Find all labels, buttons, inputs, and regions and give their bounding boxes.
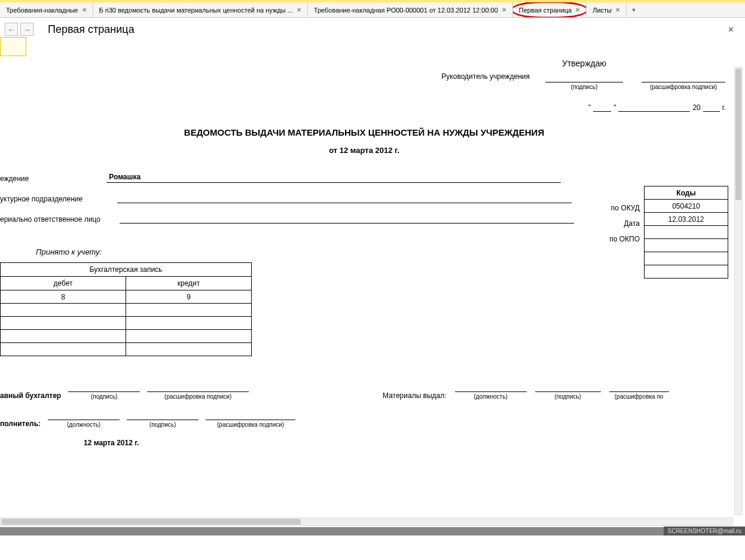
codes-blank-3 (645, 265, 728, 279)
approval-block: Руководитель учреждения Утверждаю (подпи… (0, 48, 728, 90)
decipher-line (206, 411, 295, 420)
signatures-right: Материалы выдал: (должность) (подпись) (… (383, 382, 728, 447)
acct-cell (1, 330, 126, 343)
tab-label: Требования-накладные (6, 7, 78, 14)
nav-back-button[interactable]: ← (5, 23, 18, 36)
acct-title: Бухгалтерская запись (1, 263, 252, 277)
bottom-date: 12 марта 2012 г. (84, 439, 335, 447)
tab-sheets[interactable]: Листы ✕ (587, 2, 627, 17)
executor-label: полнитель: (0, 420, 41, 428)
decipher-line (609, 382, 669, 392)
sign-line (68, 382, 140, 392)
sign-line (127, 411, 199, 420)
page-close-button[interactable]: ✕ (724, 25, 738, 34)
tab-requirements[interactable]: Требования-накладные ✕ (0, 2, 93, 17)
tab-vedomost-p30[interactable]: Б п30 ведомость выдачи материальных ценн… (93, 2, 308, 17)
date-value: 12.03.2012 (645, 213, 728, 226)
year-prefix: 20 (692, 103, 700, 112)
institution-value: Ромашка (106, 173, 561, 183)
cap-position: (должность) (67, 421, 100, 428)
accounting-table: Бухгалтерская запись дебет кредит 8 9 (0, 262, 252, 356)
sign-line (535, 382, 601, 392)
institution-row: еждение Ромашка (0, 173, 728, 183)
bottom-strip (0, 527, 745, 535)
close-icon[interactable]: ✕ (82, 7, 87, 13)
chief-accountant-row: авный бухгалтер (подпись) (расшифровка п… (0, 382, 335, 400)
tab-first-page[interactable]: Первая страница ✕ (513, 2, 587, 17)
debit-header: дебет (1, 277, 126, 290)
page-title: Первая страница (48, 23, 135, 36)
tab-label: Б п30 ведомость выдачи материальных ценн… (99, 7, 293, 14)
document-body: Руководитель учреждения Утверждаю (подпи… (0, 48, 728, 447)
close-icon[interactable]: ✕ (297, 7, 301, 13)
cap-decipher-cut: (расшифровка по (615, 393, 664, 400)
codes-box: Коды 0504210 12.03.2012 (644, 186, 728, 279)
acct-cell (1, 304, 126, 317)
tab-label: Требование-накладная РО00-000001 от 12.0… (314, 7, 498, 14)
acct-cell (126, 330, 252, 343)
tab-nakladnaya-ro[interactable]: Требование-накладная РО00-000001 от 12.0… (308, 2, 513, 17)
subdivision-value (117, 201, 572, 203)
codes-blank-1 (645, 239, 728, 252)
okpo-label: по ОКПО (609, 231, 640, 247)
signature-line (545, 72, 623, 82)
cap-position: (должность) (474, 393, 507, 400)
vertical-scrollbar[interactable] (734, 67, 743, 515)
okud-label: по ОКУД (609, 200, 640, 216)
toolbar: ← → Первая страница ✕ (0, 18, 745, 39)
materials-issued-row: Материалы выдал: (должность) (подпись) (… (383, 382, 728, 400)
executor-row: полнитель: (должность) (подпись) (расшиф… (0, 411, 335, 428)
approve-word: Утверждаю (562, 59, 606, 68)
close-icon[interactable]: ✕ (502, 7, 506, 13)
acct-cell (126, 343, 252, 356)
responsible-label: ериально ответственное лицо (0, 215, 120, 224)
decipher-line (147, 382, 249, 392)
debit-num: 8 (1, 290, 126, 304)
credit-num: 9 (126, 290, 252, 304)
signature-caption: (подпись) (571, 84, 597, 90)
cap-decipher: (расшифровка подписи) (164, 393, 231, 400)
scrollbar-thumb[interactable] (735, 69, 741, 200)
nav-forward-button[interactable]: → (20, 23, 33, 36)
acct-cell (1, 343, 126, 356)
year-suffix: г. (722, 103, 726, 112)
accepted-label: Принято к учету: (36, 247, 728, 256)
date-label: Дата (609, 216, 640, 231)
codes-labels: по ОКУД Дата по ОКПО (609, 200, 640, 247)
horizontal-scrollbar[interactable] (0, 518, 733, 526)
institution-label: еждение (0, 175, 106, 183)
acct-cell (126, 317, 252, 330)
document-viewport: Руководитель учреждения Утверждаю (подпи… (0, 39, 745, 535)
acct-cell (126, 304, 252, 317)
signatures-section: авный бухгалтер (подпись) (расшифровка п… (0, 382, 728, 447)
codes-header: Коды (645, 186, 728, 200)
close-icon[interactable]: ✕ (575, 7, 580, 13)
cap-sign: (подпись) (149, 421, 176, 428)
tab-label: Первая страница (519, 7, 572, 14)
decipher-caption: (расшифровка подписи) (650, 84, 717, 90)
chief-accountant-label: авный бухгалтер (0, 391, 61, 400)
decipher-line (642, 72, 725, 82)
position-line (48, 411, 120, 420)
approval-date-line: "" 20 г. (0, 103, 728, 112)
okpo-value (645, 226, 728, 239)
subdivision-label: уктурное подразделение (0, 195, 117, 203)
tabs-dropdown-icon[interactable]: ▼ (627, 7, 641, 13)
scrollbar-thumb[interactable] (2, 519, 301, 525)
form-subtitle: от 12 марта 2012 г. (0, 146, 728, 155)
position-line (455, 382, 527, 392)
signatures-left: авный бухгалтер (подпись) (расшифровка п… (0, 382, 335, 447)
close-icon[interactable]: ✕ (615, 7, 620, 13)
cap-decipher: (расшифровка подписи) (217, 421, 284, 428)
acct-cell (1, 317, 126, 330)
cap-sign: (подпись) (91, 393, 117, 400)
responsible-value (120, 222, 574, 224)
form-title: ВЕДОМОСТЬ ВЫДАЧИ МАТЕРИАЛЬНЫХ ЦЕННОСТЕЙ … (0, 127, 728, 137)
okud-value: 0504210 (645, 200, 728, 213)
cap-sign: (подпись) (554, 393, 581, 400)
codes-table: Коды 0504210 12.03.2012 (644, 186, 728, 279)
credit-header: кредит (126, 277, 252, 290)
codes-blank-2 (645, 252, 728, 265)
tab-label: Листы (593, 7, 612, 14)
watermark: SCREENSHOTER@mail.ru (664, 527, 745, 535)
